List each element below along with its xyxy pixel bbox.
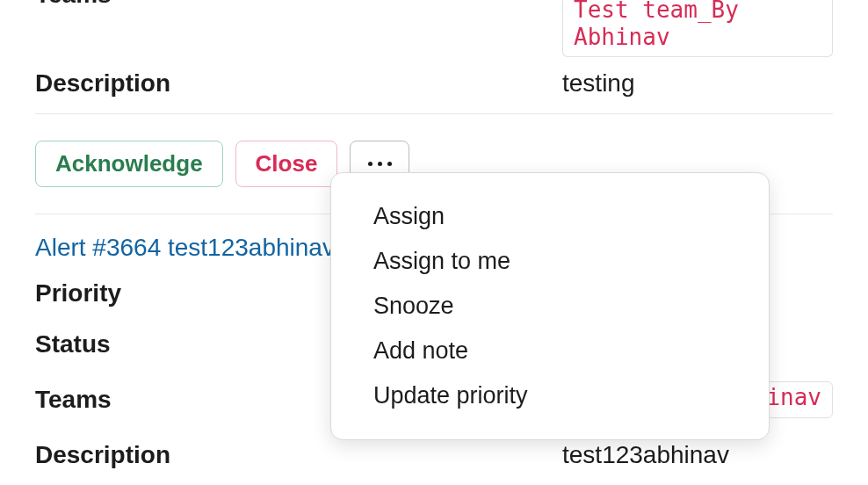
more-actions-menu: Assign Assign to me Snooze Add note Upda…: [330, 172, 770, 440]
menu-item-add-note[interactable]: Add note: [331, 329, 769, 373]
close-button[interactable]: Close: [235, 141, 338, 187]
acknowledge-button[interactable]: Acknowledge: [35, 141, 223, 187]
menu-item-update-priority[interactable]: Update priority: [331, 373, 769, 418]
team-chip-top: Test team_By Abhinav: [562, 0, 833, 57]
field-value-description-top: testing: [562, 69, 635, 98]
menu-item-assign[interactable]: Assign: [331, 194, 769, 239]
field-value-description: test123abhinav: [562, 441, 729, 469]
field-label-description-top: Description: [35, 69, 562, 98]
menu-item-assign-to-me[interactable]: Assign to me: [331, 239, 769, 284]
field-label-teams-top: Teams: [35, 0, 562, 12]
ellipsis-icon: [368, 162, 392, 166]
field-label-description: Description: [35, 441, 562, 469]
menu-item-snooze[interactable]: Snooze: [331, 284, 769, 329]
